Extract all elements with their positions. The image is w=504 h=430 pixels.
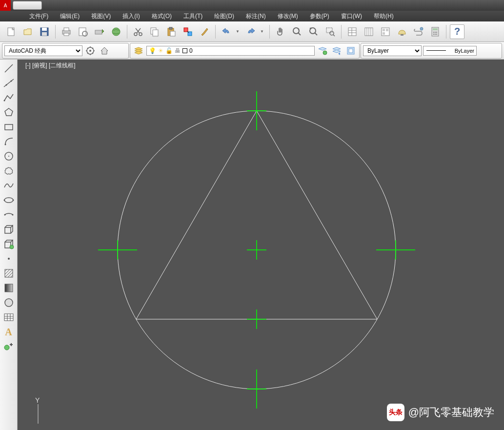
text-icon[interactable]: A	[1, 325, 16, 339]
zoom-realtime-icon[interactable]: ±	[290, 24, 304, 39]
standard-toolbar: ▼ ▼ ± ?	[0, 21, 504, 42]
make-block-icon[interactable]	[1, 237, 16, 251]
grip-bottom[interactable]	[247, 369, 266, 409]
menu-parametric[interactable]: 参数(P)	[304, 11, 335, 21]
point-icon[interactable]	[1, 252, 16, 266]
svg-rect-58	[5, 124, 13, 130]
svg-point-44	[433, 34, 434, 35]
tool-palette-icon[interactable]	[378, 24, 393, 39]
menu-draw[interactable]: 绘图(D)	[208, 11, 240, 21]
svg-rect-16	[169, 27, 172, 29]
table-icon[interactable]	[1, 310, 16, 324]
menu-edit[interactable]: 编辑(E)	[54, 11, 85, 21]
copy-icon[interactable]	[147, 24, 162, 39]
svg-rect-3	[42, 32, 47, 36]
layer-previous-icon[interactable]	[330, 44, 343, 57]
svg-point-62	[4, 198, 13, 203]
revision-cloud-icon[interactable]	[1, 164, 16, 178]
publish-icon[interactable]	[92, 24, 107, 39]
open-icon[interactable]	[20, 24, 35, 39]
menu-window[interactable]: 窗口(W)	[335, 11, 368, 21]
menu-format[interactable]: 格式(O)	[146, 11, 178, 21]
menu-dimension[interactable]: 标注(N)	[240, 11, 272, 21]
clean-screen-icon[interactable]	[395, 24, 409, 39]
ellipse-icon[interactable]	[1, 193, 16, 207]
svg-point-70	[8, 258, 10, 260]
linetype-dropdown[interactable]: ByLayer	[423, 46, 477, 56]
layer-iso-icon[interactable]	[344, 44, 357, 57]
zoom-prev-icon[interactable]	[306, 24, 321, 39]
color-dropdown[interactable]: ByLayer	[363, 45, 422, 56]
print-icon[interactable]	[59, 24, 74, 39]
pan-icon[interactable]	[273, 24, 288, 39]
brush-icon[interactable]	[197, 24, 212, 39]
lock-icon: 🔓	[165, 47, 173, 54]
layer-states-icon[interactable]	[316, 44, 329, 57]
polygon-icon[interactable]	[1, 105, 16, 119]
svg-point-61	[8, 156, 9, 157]
construction-line-icon[interactable]	[1, 76, 16, 90]
cut-icon[interactable]	[131, 24, 145, 39]
ellipse-arc-icon[interactable]	[1, 208, 16, 222]
zoom-window-icon[interactable]	[323, 24, 338, 39]
redo-icon[interactable]	[243, 24, 258, 39]
match-prop-icon[interactable]	[181, 24, 195, 39]
grip-top[interactable]	[247, 91, 266, 130]
sheet-set-icon[interactable]	[362, 24, 376, 39]
menu-file[interactable]: 文件(F)	[23, 11, 54, 21]
svg-marker-57	[5, 108, 13, 116]
gradient-icon[interactable]	[1, 281, 16, 295]
menu-modify[interactable]: 修改(M)	[272, 11, 304, 21]
3dprint-icon[interactable]	[109, 24, 123, 39]
grip-right[interactable]	[376, 240, 415, 260]
preview-icon[interactable]	[76, 24, 90, 39]
title-bar: A	[0, 0, 504, 11]
undo-dropdown[interactable]: ▼	[236, 29, 242, 34]
svg-point-65	[4, 214, 5, 216]
svg-point-46	[436, 34, 437, 35]
polyline-icon[interactable]	[1, 91, 16, 104]
redo-dropdown[interactable]: ▼	[260, 29, 266, 34]
bulb-icon: 💡	[149, 47, 156, 54]
ucs-y-label: Y	[35, 396, 50, 404]
layer-manager-icon[interactable]	[132, 44, 145, 57]
grip-left[interactable]	[98, 240, 137, 260]
new-icon[interactable]	[4, 24, 19, 39]
menu-bar: 文件(F) 编辑(E) 视图(V) 插入(I) 格式(O) 工具(T) 绘图(D…	[0, 11, 504, 21]
menu-tools[interactable]: 工具(T)	[178, 11, 208, 21]
svg-point-64	[12, 200, 14, 201]
menu-insert[interactable]: 插入(I)	[117, 11, 145, 21]
line-icon[interactable]	[1, 61, 16, 75]
svg-line-73	[5, 269, 10, 274]
watermark: 头条 @阿飞零基础教学	[387, 404, 494, 421]
grip-base[interactable]	[247, 309, 266, 329]
save-icon[interactable]	[37, 24, 52, 39]
add-selected-icon[interactable]	[1, 340, 16, 353]
spline-icon[interactable]	[1, 179, 16, 192]
arc-icon[interactable]	[1, 135, 16, 148]
properties-icon[interactable]	[345, 24, 360, 39]
hatch-icon[interactable]	[1, 266, 16, 280]
circle-icon[interactable]	[1, 149, 16, 163]
grip-center[interactable]	[247, 240, 266, 260]
window-controls[interactable]	[13, 1, 42, 10]
markup-icon[interactable]	[411, 24, 426, 39]
help-icon[interactable]: ?	[450, 24, 464, 39]
calc-icon[interactable]	[428, 24, 443, 39]
paste-icon[interactable]	[164, 24, 179, 39]
region-icon[interactable]	[1, 296, 16, 309]
workspace-home-icon[interactable]	[98, 44, 111, 57]
svg-point-69	[10, 245, 14, 249]
menu-view[interactable]: 视图(V)	[85, 11, 117, 21]
workspace-dropdown[interactable]: AutoCAD 经典	[4, 45, 82, 56]
triangle-geometry[interactable]	[136, 111, 377, 319]
rectangle-icon[interactable]	[1, 120, 16, 134]
drawing-canvas[interactable]: [-] [俯视] [二维线框] Y 头条 @阿飞零基础教学	[18, 60, 504, 430]
svg-rect-36	[383, 32, 385, 35]
undo-icon[interactable]	[219, 24, 234, 39]
menu-help[interactable]: 帮助(H)	[368, 11, 400, 21]
workspace-settings-icon[interactable]	[84, 44, 97, 57]
layer-dropdown[interactable]: 💡 ☀ 🔓 🖶 0	[146, 46, 315, 56]
insert-block-icon[interactable]	[1, 223, 16, 236]
svg-rect-51	[349, 49, 353, 53]
